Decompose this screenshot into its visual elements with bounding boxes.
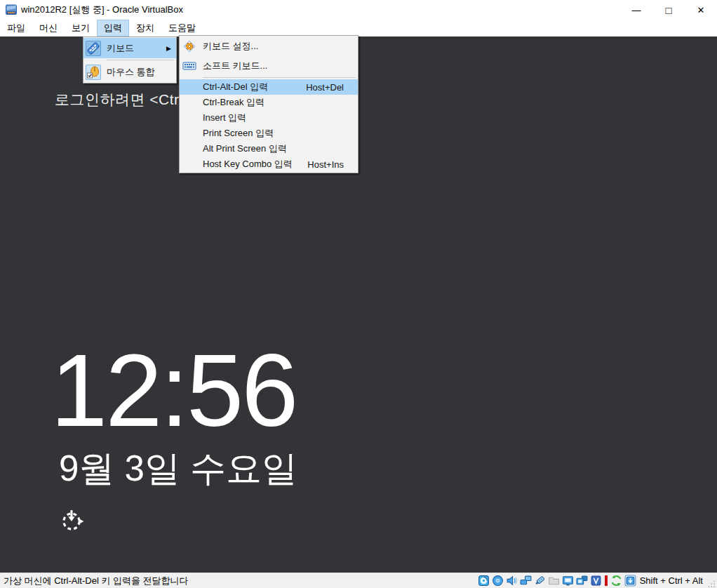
mouse-integration-status-icon[interactable] <box>610 575 622 587</box>
input-menu: 키보드 ▶ 마우스 통합 <box>83 36 177 83</box>
lock-date: 9월 3일 수요일 <box>59 445 297 493</box>
menu-item-label: Ctrl-Alt-Del 입력 <box>203 81 268 93</box>
network-icon[interactable] <box>520 575 532 587</box>
status-message: 가상 머신에 Ctrl-Alt-Del 키 입력을 전달합니다 <box>0 575 478 587</box>
soft-keyboard-icon <box>182 58 197 74</box>
vm-window-icon <box>6 4 17 15</box>
menu-item-label: Insert 입력 <box>203 112 246 124</box>
menu-item-label: 키보드 설정... <box>203 40 258 53</box>
menu-separator <box>203 77 356 78</box>
menu-input[interactable]: 입력 <box>97 20 129 36</box>
keyboard-icon <box>86 41 101 56</box>
menu-item-insert-insert[interactable]: Insert 입력 <box>180 110 358 126</box>
audio-icon[interactable] <box>506 575 518 587</box>
resize-grip[interactable] <box>707 580 716 588</box>
keyboard-settings-icon <box>182 39 197 54</box>
menu-item-keyboard[interactable]: 키보드 ▶ <box>83 38 176 58</box>
menu-item-label: 마우스 통합 <box>107 66 155 79</box>
menu-separator <box>107 60 174 60</box>
minimize-button[interactable]: — <box>620 0 652 20</box>
menu-item-label: Host Key Combo 입력 <box>203 158 293 171</box>
menu-machine[interactable]: 머신 <box>32 20 65 36</box>
keyboard-capture-icon[interactable] <box>624 575 636 587</box>
cpu-features-icon[interactable] <box>590 575 602 587</box>
menu-item-label: 소프트 키보드... <box>203 60 267 72</box>
menu-item-mouse-integration[interactable]: 마우스 통합 <box>83 62 176 82</box>
menu-file[interactable]: 파일 <box>0 20 32 36</box>
vm-screen[interactable]: 로그인하려면 <Ctr 12:56 9월 3일 수요일 <box>0 36 717 573</box>
usb-icon[interactable] <box>534 575 546 587</box>
status-icons <box>478 575 636 587</box>
lock-clock: 12:56 <box>51 337 296 444</box>
keyboard-submenu: 키보드 설정... 소프트 키보드... Ctrl-Alt-Del <box>179 35 358 173</box>
optical-drive-icon[interactable] <box>492 575 504 587</box>
menu-item-insert-ctrl-alt-del[interactable]: Ctrl-Alt-Del 입력 Host+Del <box>180 79 358 95</box>
virtualbox-window: win2012R2 [실행 중] - Oracle VirtualBox — □… <box>0 0 717 588</box>
menu-item-label: 키보드 <box>107 42 134 55</box>
submenu-arrow-icon: ▶ <box>166 45 171 52</box>
maximize-button[interactable]: □ <box>652 0 685 20</box>
menu-shortcut: Host+Ins <box>307 159 358 170</box>
window-title: win2012R2 [실행 중] - Oracle VirtualBox <box>21 4 183 16</box>
host-key-combo-label: Shift + Ctrl + Alt <box>640 575 703 586</box>
menu-view[interactable]: 보기 <box>65 20 97 36</box>
menu-shortcut: Host+Del <box>306 82 358 93</box>
mouse-integration-icon <box>86 65 101 80</box>
statusbar: 가상 머신에 Ctrl-Alt-Del 키 입력을 전달합니다 <box>0 573 717 588</box>
recording-icon[interactable] <box>576 575 588 587</box>
menu-item-keyboard-settings[interactable]: 키보드 설정... <box>180 36 358 56</box>
capture-indicator <box>605 575 608 586</box>
menu-item-label: Print Screen 입력 <box>203 127 274 140</box>
menu-item-insert-print-screen[interactable]: Print Screen 입력 <box>180 126 358 141</box>
menu-item-soft-keyboard[interactable]: 소프트 키보드... <box>180 56 358 76</box>
menubar: 파일 머신 보기 입력 장치 도움말 <box>0 20 717 36</box>
menu-help[interactable]: 도움말 <box>161 20 203 36</box>
caption-buttons: — □ ✕ <box>620 0 717 20</box>
hard-disk-activity-icon[interactable] <box>478 575 490 587</box>
display-icon[interactable] <box>562 575 574 587</box>
shared-folders-icon[interactable] <box>548 575 560 587</box>
menu-item-label: Alt Print Screen 입력 <box>203 142 287 155</box>
menu-item-insert-host-key-combo[interactable]: Host Key Combo 입력 Host+Ins <box>180 156 358 172</box>
menu-item-insert-alt-print-screen[interactable]: Alt Print Screen 입력 <box>180 141 358 156</box>
lock-login-hint: 로그인하려면 <Ctr <box>55 90 180 109</box>
update-pending-icon <box>60 508 85 533</box>
close-button[interactable]: ✕ <box>685 0 717 20</box>
menu-item-label: Ctrl-Break 입력 <box>203 96 264 109</box>
menu-item-insert-ctrl-break[interactable]: Ctrl-Break 입력 <box>180 95 358 110</box>
titlebar: win2012R2 [실행 중] - Oracle VirtualBox — □… <box>0 0 717 20</box>
menu-devices[interactable]: 장치 <box>129 20 161 36</box>
